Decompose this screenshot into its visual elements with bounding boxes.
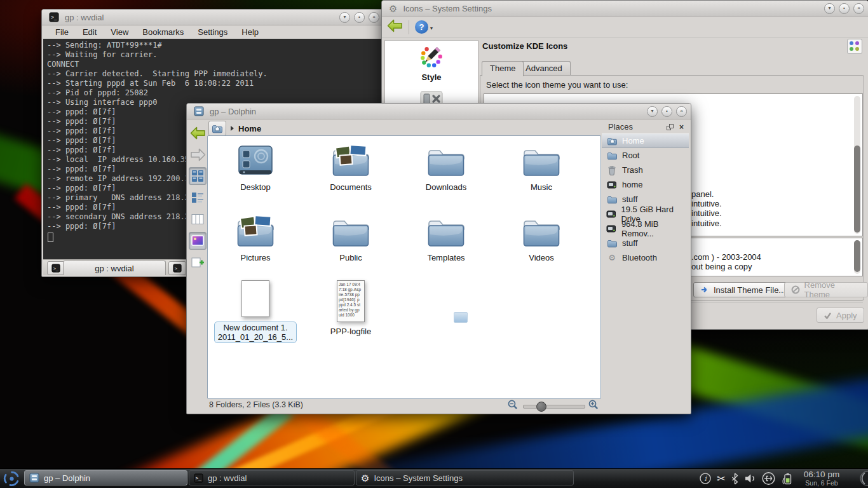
menu-view[interactable]: View — [104, 27, 135, 37]
file-item-label: PPP-logfile — [330, 327, 371, 336]
menu-bookmarks[interactable]: Bookmarks — [135, 27, 191, 37]
places-item-home[interactable]: Home — [602, 133, 689, 148]
panel-cashew-icon[interactable] — [857, 470, 868, 488]
back-button[interactable] — [189, 124, 207, 142]
file-item-desktop[interactable]: Desktop — [211, 142, 300, 192]
menu-help[interactable]: Help — [234, 27, 266, 37]
tray-info-icon[interactable]: i — [699, 472, 712, 485]
svg-text:i: i — [704, 474, 707, 483]
no-entry-icon — [791, 285, 800, 294]
theme-list-text-fragment: panel. — [691, 189, 714, 199]
tab-theme[interactable]: Theme — [482, 61, 524, 76]
tab-list-button[interactable]: >_ — [168, 261, 186, 275]
maximize-button[interactable]: • — [839, 3, 850, 14]
zoom-slider-handle[interactable] — [536, 402, 546, 412]
places-item-home[interactable]: home — [602, 177, 689, 192]
remove-theme-button[interactable]: Remove Theme — [784, 282, 868, 297]
zoom-out-icon[interactable] — [508, 400, 518, 412]
scrollbar-thumb[interactable] — [854, 146, 860, 233]
scrollbar[interactable] — [854, 96, 860, 234]
minimize-button[interactable]: ▾ — [824, 3, 835, 14]
back-button[interactable] — [387, 19, 403, 35]
help-button[interactable]: ? ▾ — [415, 20, 433, 34]
icon-theme-select-label: Select the icon theme you want to use: — [486, 80, 628, 90]
file-item-ppp-logfile[interactable]: Jan 17 09:4 7:18 gp-Asp ire-5738 pp pd[1… — [306, 278, 395, 336]
maximize-button[interactable]: • — [661, 106, 672, 117]
page-title: Customize KDE Icons — [482, 41, 567, 51]
file-item-downloads[interactable]: Downloads — [402, 142, 491, 192]
clock-time: 06:10 pm — [798, 470, 845, 479]
system-settings-titlebar[interactable]: ⚙ Icons – System Settings ▾ • × — [382, 1, 868, 17]
dolphin-icon — [194, 106, 204, 116]
file-item-label: New document 1. 2011_01_20_16_5... — [214, 322, 297, 343]
scrollbar-thumb[interactable] — [854, 240, 860, 272]
tray-battery-icon[interactable] — [781, 472, 793, 485]
folder-icon — [522, 213, 561, 248]
tray-bluetooth-icon[interactable] — [731, 473, 739, 485]
close-button[interactable]: × — [853, 3, 864, 14]
file-item-music[interactable]: Music — [497, 142, 586, 192]
task-label: gp – Dolphin — [44, 473, 90, 483]
sidebar-item-style[interactable]: Style — [385, 41, 478, 111]
zoom-slider[interactable] — [523, 405, 585, 409]
stray-thumbnail-icon — [454, 312, 468, 323]
forward-button[interactable] — [189, 146, 207, 163]
places-item-root[interactable]: Root — [602, 148, 689, 163]
task-label: Icons – System Settings — [374, 473, 462, 483]
scrollbar[interactable] — [854, 240, 860, 274]
file-item-documents[interactable]: Documents — [306, 142, 395, 192]
minimize-button[interactable]: ▾ — [647, 106, 658, 117]
places-panel-header[interactable]: Places × — [602, 120, 689, 133]
tray-usb-icon[interactable] — [761, 471, 776, 485]
install-theme-file-button[interactable]: Install Theme File... — [693, 282, 792, 297]
places-item-trash[interactable]: Trash — [602, 163, 689, 177]
dolphin-view[interactable]: Desktop Documents Downloads Music Pictur… — [207, 135, 601, 399]
system-settings-window-title: Icons – System Settings — [403, 4, 491, 13]
app-launcher-button[interactable] — [1, 470, 22, 487]
maximize-button[interactable]: • — [354, 12, 365, 23]
apply-button[interactable]: Apply — [817, 308, 864, 323]
clock[interactable]: 06:10 pm Sun, 6 Feb — [798, 470, 845, 487]
tray-volume-icon[interactable] — [744, 473, 756, 484]
tab-advanced[interactable]: Advanced — [517, 61, 571, 76]
file-item-label: Desktop — [240, 182, 271, 192]
install-theme-file-label: Install Theme File... — [714, 285, 785, 295]
menu-edit[interactable]: Edit — [76, 27, 104, 37]
split-view-button[interactable] — [189, 254, 207, 271]
close-button[interactable]: × — [369, 12, 379, 23]
folder-photos-icon — [331, 142, 370, 178]
places-item-label: stuff — [622, 238, 637, 248]
zoom-in-icon[interactable] — [588, 400, 599, 412]
breadcrumb-home-button[interactable] — [208, 121, 226, 136]
icons-view-button[interactable] — [189, 167, 207, 185]
menu-settings[interactable]: Settings — [191, 27, 234, 37]
konsole-titlebar[interactable]: >_ gp : wvdial ▾ • × — [42, 10, 383, 25]
close-button[interactable]: × — [676, 106, 687, 117]
minimize-button[interactable]: ▾ — [339, 12, 350, 23]
new-tab-button[interactable]: >_ — [47, 261, 65, 275]
task-gp-dolphin[interactable]: gp – Dolphin — [24, 470, 187, 485]
tray-klipper-icon[interactable]: ✂ — [717, 473, 726, 484]
task-gp-wvdial[interactable]: >_gp : wvdial — [189, 470, 355, 485]
details-view-button[interactable] — [189, 189, 207, 207]
breadcrumb-home-label[interactable]: Home — [238, 124, 261, 133]
float-panel-icon[interactable] — [667, 124, 674, 130]
task-icons-system-settings[interactable]: ⚙Icons – System Settings — [356, 470, 574, 485]
preview-toggle-button[interactable] — [189, 232, 207, 250]
close-panel-icon[interactable]: × — [679, 123, 684, 132]
file-item-videos[interactable]: Videos — [497, 213, 586, 262]
columns-view-button[interactable] — [189, 210, 207, 228]
menu-file[interactable]: File — [48, 27, 76, 37]
file-item-public[interactable]: Public — [306, 213, 395, 262]
places-item-bluetooth[interactable]: ⚙Bluetooth — [602, 250, 689, 265]
places-item-964-8-mib-remov[interactable]: 964.8 MiB Remov... — [602, 221, 689, 236]
dolphin-window-title: gp – Dolphin — [210, 107, 256, 116]
konsole-tab[interactable]: gp : wvdial — [63, 261, 166, 275]
file-item-new-document-1[interactable]: New document 1. 2011_01_20_16_5... — [211, 278, 300, 343]
icons-module-icon — [847, 39, 862, 54]
folder-icon — [426, 142, 466, 178]
file-item-pictures[interactable]: Pictures — [211, 213, 300, 262]
dolphin-titlebar[interactable]: gp – Dolphin ▾ • × — [187, 104, 691, 119]
file-item-templates[interactable]: Templates — [402, 213, 491, 262]
file-item-label: Downloads — [426, 182, 466, 192]
